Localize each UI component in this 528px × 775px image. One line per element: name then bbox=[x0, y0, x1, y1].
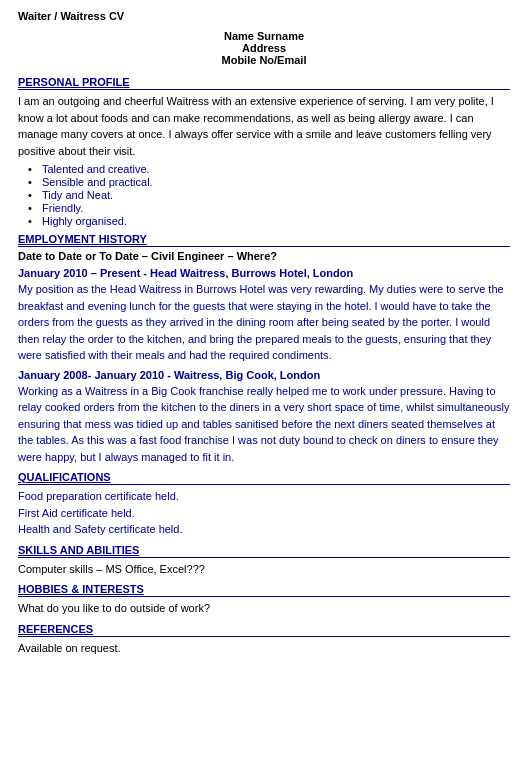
personal-profile-bullets: Talented and creative. Sensible and prac… bbox=[28, 163, 510, 227]
bullet-item: Friendly. bbox=[28, 202, 510, 214]
employment-placeholder: Date to Date or To Date – Civil Engineer… bbox=[18, 250, 510, 262]
skills-body: Computer skills – MS Office, Excel??? bbox=[18, 561, 510, 578]
personal-profile-title: PERSONAL PROFILE bbox=[18, 76, 510, 90]
references-title: REFERENCES bbox=[18, 623, 510, 637]
page-title: Waiter / Waitress CV bbox=[18, 10, 510, 22]
job-desc-2: Working as a Waitress in a Big Cook fran… bbox=[18, 383, 510, 466]
bullet-item: Highly organised. bbox=[28, 215, 510, 227]
bullet-item: Sensible and practical. bbox=[28, 176, 510, 188]
qualification-item-3: Health and Safety certificate held. bbox=[18, 521, 510, 538]
bullet-item: Tidy and Neat. bbox=[28, 189, 510, 201]
header: Name Surname Address Mobile No/Email bbox=[18, 30, 510, 66]
job-desc-1: My position as the Head Waitress in Burr… bbox=[18, 281, 510, 364]
qualifications-items: Food preparation certificate held. First… bbox=[18, 488, 510, 538]
qualification-item-2: First Aid certificate held. bbox=[18, 505, 510, 522]
qualification-item-1: Food preparation certificate held. bbox=[18, 488, 510, 505]
hobbies-title: HOBBIES & INTERESTS bbox=[18, 583, 510, 597]
employment-history-title: EMPLOYMENT HISTORY bbox=[18, 233, 510, 247]
personal-profile-body: I am an outgoing and cheerful Waitress w… bbox=[18, 93, 510, 159]
header-name: Name Surname bbox=[18, 30, 510, 42]
header-address: Address bbox=[18, 42, 510, 54]
job-title-2: January 2008- January 2010 - Waitress, B… bbox=[18, 369, 510, 381]
qualifications-title: QUALIFICATIONS bbox=[18, 471, 510, 485]
bullet-item: Talented and creative. bbox=[28, 163, 510, 175]
job-title-1: January 2010 – Present - Head Waitress, … bbox=[18, 267, 510, 279]
header-contact: Mobile No/Email bbox=[18, 54, 510, 66]
skills-title: SKILLS AND ABILITIES bbox=[18, 544, 510, 558]
references-body: Available on request. bbox=[18, 640, 510, 657]
hobbies-body: What do you like to do outside of work? bbox=[18, 600, 510, 617]
